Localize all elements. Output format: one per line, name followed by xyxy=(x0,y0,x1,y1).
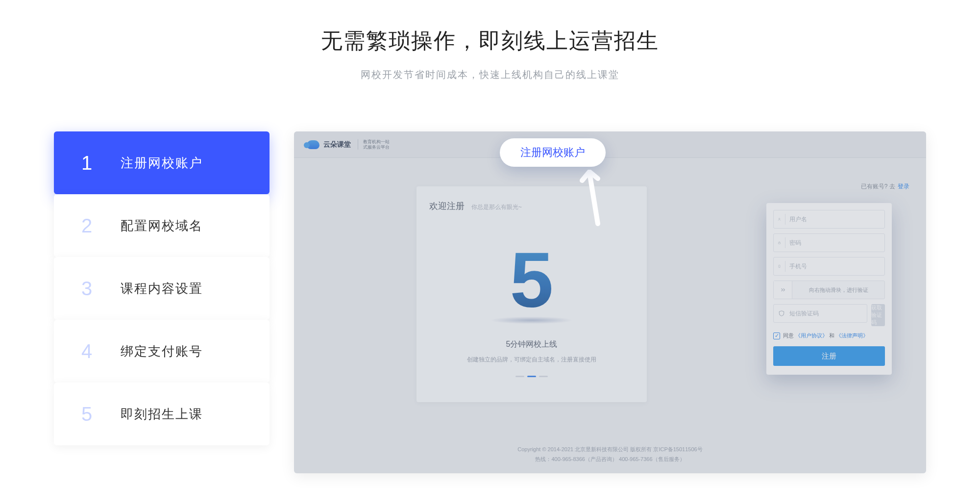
agree-checkbox[interactable]: ✓ xyxy=(773,333,780,339)
pager-dot-active[interactable] xyxy=(527,376,536,377)
tooltip-pill: 注册网校账户 xyxy=(500,138,606,167)
preview-logo-sub: 教育机构一站 式服务云平台 xyxy=(358,139,390,150)
sms-field[interactable] xyxy=(773,304,867,323)
user-icon xyxy=(778,214,785,225)
register-button[interactable]: 注册 xyxy=(773,346,885,366)
headline-subtitle: 网校开发节省时间成本，快速上线机构自己的线上课堂 xyxy=(0,68,980,81)
step-3[interactable]: 3 课程内容设置 xyxy=(54,257,270,320)
preview-logo-text: 云朵课堂 xyxy=(323,140,351,149)
preview-panel: 云朵课堂 教育机构一站 式服务云平台 已有账号? 去 登录 xyxy=(294,131,926,473)
big5-shadow xyxy=(490,316,573,324)
preview-body: 已有账号? 去 登录 欢迎注册 你总是那么有眼光~ 5 5分钟网校上线 xyxy=(294,158,926,473)
shield-icon xyxy=(778,309,785,317)
big5-subcaption: 创建独立的品牌，可绑定自主域名，注册直接使用 xyxy=(416,356,647,364)
welcome-card: 欢迎注册 你总是那么有眼光~ 5 5分钟网校上线 创建独立的品牌，可绑定自主域名… xyxy=(416,186,647,402)
welcome-title: 欢迎注册 xyxy=(429,200,465,212)
page-root: 无需繁琐操作，即刻线上运营招生 网校开发节省时间成本，快速上线机构自己的线上课堂… xyxy=(0,0,980,488)
big5-caption: 5分钟网校上线 xyxy=(416,339,647,350)
step-2-number: 2 xyxy=(81,215,121,237)
step-5-label: 即刻招生上课 xyxy=(121,406,203,423)
pager-dot[interactable] xyxy=(515,376,524,377)
footer-copyright: Copyright © 2014-2021 北京昱新科技有限公司 版权所有 京I… xyxy=(294,445,926,455)
headline: 无需繁琐操作，即刻线上运营招生 网校开发节省时间成本，快速上线机构自己的线上课堂 xyxy=(0,0,980,81)
password-input[interactable] xyxy=(789,239,881,246)
phone-icon xyxy=(778,261,785,272)
step-5-number: 5 xyxy=(81,403,121,425)
step-5[interactable]: 5 即刻招生上课 xyxy=(54,383,270,445)
preview-logo-sub-line2: 式服务云平台 xyxy=(363,145,390,150)
captcha-slider[interactable]: 向右拖动滑块，进行验证 xyxy=(773,281,885,299)
step-1-label: 注册网校账户 xyxy=(121,154,203,172)
cloud-icon xyxy=(307,140,319,149)
sms-row: 获取验证码 xyxy=(773,304,885,326)
preview-logo-sub-line1: 教育机构一站 xyxy=(363,139,390,145)
phone-input[interactable] xyxy=(789,263,881,270)
step-2[interactable]: 2 配置网校域名 xyxy=(54,194,270,257)
svg-point-0 xyxy=(779,218,780,219)
login-link[interactable]: 登录 xyxy=(898,183,909,190)
svg-rect-1 xyxy=(778,243,780,244)
sms-input[interactable] xyxy=(789,310,863,317)
big5-number: 5 xyxy=(510,240,554,319)
pager-dots xyxy=(416,376,647,377)
agree-row: ✓ 同意 《用户协议》 和 《法律声明》 xyxy=(773,332,885,339)
preview-inner: 云朵课堂 教育机构一站 式服务云平台 已有账号? 去 登录 xyxy=(294,131,926,473)
big5-wrap: 5 5分钟网校上线 创建独立的品牌，可绑定自主域名，注册直接使用 xyxy=(416,240,647,377)
footer-hotline: 热线：400-965-8366（产品咨询） 400-965-7366（售后服务） xyxy=(294,455,926,464)
step-3-label: 课程内容设置 xyxy=(121,280,203,297)
get-sms-button[interactable]: 获取验证码 xyxy=(871,304,885,326)
password-field[interactable] xyxy=(773,233,885,252)
step-4-label: 绑定支付账号 xyxy=(121,343,203,360)
welcome-hint: 你总是那么有眼光~ xyxy=(471,203,522,211)
preview-appbar: 云朵课堂 教育机构一站 式服务云平台 xyxy=(294,131,926,158)
slider-text: 向右拖动滑块，进行验证 xyxy=(792,286,884,294)
step-1-number: 1 xyxy=(81,152,121,174)
step-3-number: 3 xyxy=(81,278,121,300)
welcome-head: 欢迎注册 你总是那么有眼光~ xyxy=(429,200,634,212)
tooltip-arrow-icon xyxy=(578,170,601,229)
step-2-label: 配置网校域名 xyxy=(121,217,203,234)
username-field[interactable] xyxy=(773,210,885,229)
lock-icon xyxy=(778,237,785,248)
step-4-number: 4 xyxy=(81,340,121,362)
headline-title: 无需繁琐操作，即刻线上运营招生 xyxy=(0,26,980,55)
user-agreement-link[interactable]: 《用户协议》 xyxy=(795,333,828,338)
content-row: 1 注册网校账户 2 配置网校域名 3 课程内容设置 4 绑定支付账号 5 即刻… xyxy=(54,131,926,473)
legal-notice-link[interactable]: 《法律声明》 xyxy=(836,333,868,338)
slider-handle-icon[interactable] xyxy=(774,281,792,299)
preview-footer: Copyright © 2014-2021 北京昱新科技有限公司 版权所有 京I… xyxy=(294,445,926,464)
step-1[interactable]: 1 注册网校账户 xyxy=(54,131,270,194)
agree-prefix: 同意 xyxy=(783,333,794,338)
login-hint-prefix: 已有账号? 去 xyxy=(861,183,895,190)
phone-field[interactable] xyxy=(773,257,885,276)
login-hint: 已有账号? 去 登录 xyxy=(861,182,909,191)
username-input[interactable] xyxy=(789,216,881,223)
preview-logo: 云朵课堂 xyxy=(307,140,351,149)
step-4[interactable]: 4 绑定支付账号 xyxy=(54,320,270,383)
signup-form: 向右拖动滑块，进行验证 获取验证码 xyxy=(766,203,892,375)
pager-dot[interactable] xyxy=(539,376,548,377)
agree-and: 和 xyxy=(829,333,834,338)
steps-list: 1 注册网校账户 2 配置网校域名 3 课程内容设置 4 绑定支付账号 5 即刻… xyxy=(54,131,270,473)
